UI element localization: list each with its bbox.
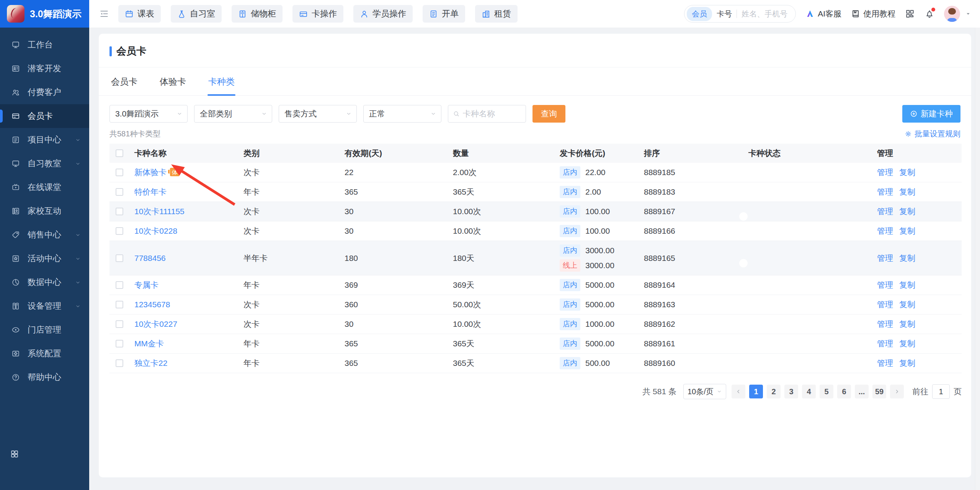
tab-1[interactable]: 体验卡 xyxy=(159,67,187,95)
query-button[interactable]: 查询 xyxy=(532,105,565,123)
sidebar-item-10[interactable]: 数据中心 xyxy=(0,270,89,294)
manage-link[interactable]: 管理 xyxy=(877,319,893,329)
copy-link[interactable]: 复制 xyxy=(899,167,915,178)
sidebar-item-14[interactable]: 帮助中心 xyxy=(0,365,89,389)
ai-service-link[interactable]: AI客服 xyxy=(805,8,841,19)
manage-link[interactable]: 管理 xyxy=(877,187,893,197)
collapse-sidebar-icon[interactable] xyxy=(99,9,109,19)
row-checkbox[interactable] xyxy=(116,169,123,176)
copy-link[interactable]: 复制 xyxy=(899,280,915,290)
manage-link[interactable]: 管理 xyxy=(877,253,893,264)
scrollbar-track[interactable] xyxy=(975,28,980,490)
page-button-4[interactable]: 4 xyxy=(802,385,816,398)
card-name-link[interactable]: 10次卡0227 xyxy=(134,320,177,328)
page-button-5[interactable]: 5 xyxy=(820,385,833,398)
page-size-select[interactable]: 10条/页 xyxy=(683,384,726,399)
avatar[interactable] xyxy=(944,6,960,22)
manage-link[interactable]: 管理 xyxy=(877,299,893,310)
manage-link[interactable]: 管理 xyxy=(877,206,893,217)
manage-link[interactable]: 管理 xyxy=(877,280,893,290)
topnav-button-6[interactable]: 租赁 xyxy=(475,5,518,23)
card-name-link[interactable]: 10次卡111155 xyxy=(134,207,185,216)
card-name-link[interactable]: MM金卡 xyxy=(134,339,164,348)
tab-2[interactable]: 卡种类 xyxy=(207,67,235,95)
topnav-button-0[interactable]: 课表 xyxy=(118,5,161,23)
card-name-search-input[interactable]: 卡种名称 xyxy=(448,105,526,123)
sidebar-item-11[interactable]: 设备管理 xyxy=(0,294,89,318)
topnav-button-5[interactable]: 开单 xyxy=(423,5,465,23)
sidebar-item-5[interactable]: 自习教室 xyxy=(0,152,89,175)
row-checkbox[interactable] xyxy=(116,320,123,328)
row-checkbox[interactable] xyxy=(116,281,123,289)
topnav-button-4[interactable]: 学员操作 xyxy=(353,5,413,23)
filter-select-2[interactable]: 售卖方式 xyxy=(279,105,357,123)
card-name-link[interactable]: 独立卡22 xyxy=(134,359,167,367)
sidebar-item-3[interactable]: 会员卡 xyxy=(0,104,89,128)
card-name-link[interactable]: 专属卡 xyxy=(134,280,158,289)
page-button-...[interactable]: ... xyxy=(855,385,869,398)
member-search[interactable]: 会员 卡号 姓名、手机号 xyxy=(684,5,796,23)
copy-link[interactable]: 复制 xyxy=(899,226,915,236)
card-name-link[interactable]: 新体验卡 xyxy=(134,168,167,177)
copy-link[interactable]: 复制 xyxy=(899,319,915,329)
apps-grid-icon[interactable] xyxy=(10,449,19,459)
manage-link[interactable]: 管理 xyxy=(877,358,893,369)
sidebar-item-4[interactable]: 项目中心 xyxy=(0,128,89,152)
tutorial-link[interactable]: 使用教程 xyxy=(851,8,895,19)
filter-select-0[interactable]: 3.0舞蹈演示 xyxy=(109,105,188,123)
manage-link[interactable]: 管理 xyxy=(877,167,893,178)
caret-down-icon[interactable] xyxy=(965,10,972,17)
sidebar-item-0[interactable]: 工作台 xyxy=(0,33,89,57)
page-button-1[interactable]: 1 xyxy=(749,385,763,398)
sidebar-item-6[interactable]: 在线课堂 xyxy=(0,175,89,199)
topnav-button-2[interactable]: 储物柜 xyxy=(232,5,283,23)
filter-select-1[interactable]: 全部类别 xyxy=(194,105,272,123)
search-scope-member[interactable]: 会员 xyxy=(687,7,712,21)
page-button-59[interactable]: 59 xyxy=(872,385,886,398)
page-button-2[interactable]: 2 xyxy=(767,385,781,398)
filter-select-3[interactable]: 正常 xyxy=(363,105,441,123)
row-checkbox[interactable] xyxy=(116,301,123,308)
notifications-bell[interactable] xyxy=(924,9,934,19)
row-checkbox[interactable] xyxy=(116,208,123,215)
row-checkbox[interactable] xyxy=(116,254,123,262)
row-checkbox[interactable] xyxy=(116,340,123,347)
copy-link[interactable]: 复制 xyxy=(899,187,915,197)
search-scope-cardno[interactable]: 卡号 xyxy=(717,9,732,19)
page-button-6[interactable]: 6 xyxy=(837,385,851,398)
tab-0[interactable]: 会员卡 xyxy=(110,67,138,95)
card-name-link[interactable]: 特价年卡 xyxy=(134,187,167,196)
chevron-down-icon xyxy=(75,303,81,309)
qr-code-icon[interactable] xyxy=(905,9,915,19)
card-name-link[interactable]: 12345678 xyxy=(134,300,170,309)
card-name-link[interactable]: 7788456 xyxy=(134,254,166,262)
sidebar-item-9[interactable]: 活动中心 xyxy=(0,247,89,270)
row-checkbox[interactable] xyxy=(116,227,123,235)
row-checkbox[interactable] xyxy=(116,359,123,367)
topnav-button-1[interactable]: 自习室 xyxy=(171,5,222,23)
sidebar-item-12[interactable]: 门店管理 xyxy=(0,318,89,342)
card-name-link[interactable]: 10次卡0228 xyxy=(134,226,177,235)
batch-rules-link[interactable]: 批量设置规则 xyxy=(905,129,960,139)
row-checkbox[interactable] xyxy=(116,188,123,196)
page-button-3[interactable]: 3 xyxy=(784,385,798,398)
copy-link[interactable]: 复制 xyxy=(899,253,915,264)
sidebar-item-13[interactable]: 系统配置 xyxy=(0,342,89,365)
copy-link[interactable]: 复制 xyxy=(899,299,915,310)
prev-page-button[interactable] xyxy=(732,385,745,398)
sidebar-item-2[interactable]: 付费客户 xyxy=(0,80,89,104)
goto-page-input[interactable] xyxy=(932,384,950,399)
price-line: 店内22.00 xyxy=(560,166,644,179)
topnav-button-3[interactable]: 卡操作 xyxy=(292,5,343,23)
sidebar-item-7[interactable]: 家校互动 xyxy=(0,199,89,223)
manage-link[interactable]: 管理 xyxy=(877,226,893,236)
manage-link[interactable]: 管理 xyxy=(877,338,893,349)
copy-link[interactable]: 复制 xyxy=(899,338,915,349)
copy-link[interactable]: 复制 xyxy=(899,358,915,369)
create-card-type-button[interactable]: 新建卡种 xyxy=(902,105,960,123)
copy-link[interactable]: 复制 xyxy=(899,206,915,217)
sidebar-item-1[interactable]: 潜客开发 xyxy=(0,57,89,80)
next-page-button[interactable] xyxy=(890,385,904,398)
select-all-checkbox[interactable] xyxy=(116,149,123,157)
sidebar-item-8[interactable]: 销售中心 xyxy=(0,223,89,247)
